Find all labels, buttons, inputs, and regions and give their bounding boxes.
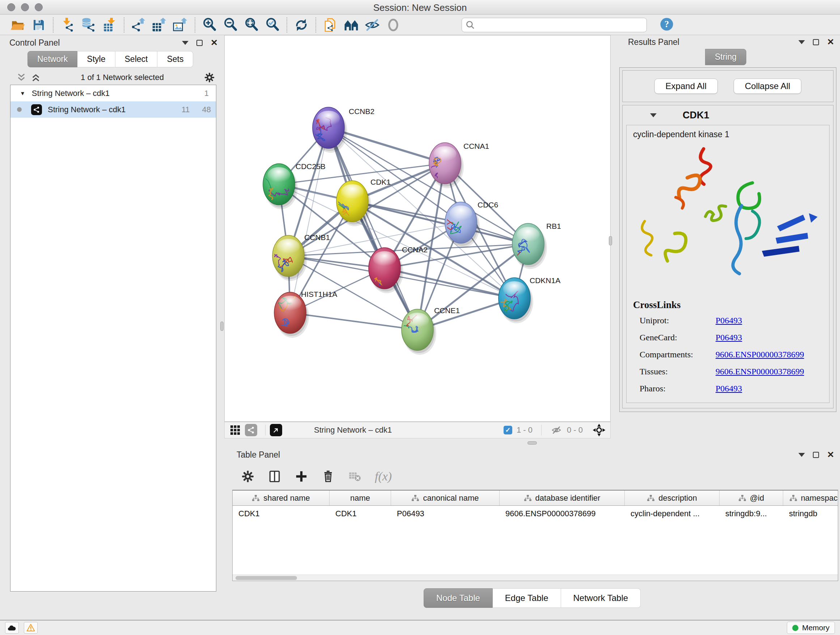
crosslink-link[interactable]: P06493	[715, 333, 742, 342]
zoom-out-button[interactable]	[220, 16, 241, 34]
crosslink-link[interactable]: P06493	[715, 384, 742, 394]
horizontal-splitter-handle[interactable]	[527, 441, 537, 445]
network-node-HIST1H1A[interactable]: HIST1H1A	[274, 290, 337, 338]
network-node-RB1[interactable]: RB1	[508, 222, 561, 270]
tab-node-table[interactable]: Node Table	[424, 588, 493, 608]
crosslink-label: GeneCard:	[639, 333, 715, 342]
import-network-database-button[interactable]	[78, 16, 99, 34]
panel-close-icon[interactable]: ✕	[827, 450, 834, 459]
network-edge[interactable]	[290, 313, 417, 330]
tab-network[interactable]: Network	[27, 51, 77, 67]
scrollbar-thumb[interactable]	[235, 576, 297, 580]
export-network-button[interactable]	[128, 16, 149, 34]
zoom-in-button[interactable]	[199, 16, 220, 34]
network-share-icon[interactable]	[245, 424, 257, 436]
table-cell[interactable]: stringdb	[783, 506, 838, 522]
network-edge[interactable]	[290, 128, 328, 313]
tab-edge-table[interactable]: Edge Table	[493, 588, 561, 608]
cloud-status-button[interactable]	[5, 622, 19, 633]
table-cell[interactable]: P06493	[391, 506, 500, 522]
show-all-button[interactable]	[383, 16, 404, 34]
crosslink-link[interactable]: 9606.ENSP00000378699	[715, 350, 804, 359]
tab-string[interactable]: String	[705, 49, 746, 65]
tab-network-table[interactable]: Network Table	[561, 588, 641, 608]
warnings-button[interactable]	[24, 622, 38, 633]
columns-button[interactable]	[268, 470, 281, 483]
column-header-sharedname[interactable]: shared name	[233, 491, 330, 505]
zoom-fit-button[interactable]	[241, 16, 262, 34]
import-table-button[interactable]	[99, 16, 120, 34]
column-header-databaseidentifier[interactable]: database identifier	[500, 491, 625, 505]
add-button[interactable]	[294, 470, 308, 483]
add-icon	[294, 470, 308, 483]
delete-button[interactable]	[321, 470, 335, 483]
network-node-CCNA1[interactable]: CCNA1	[428, 142, 489, 188]
network-node-CDKN1A[interactable]: CDKN1A	[494, 276, 561, 323]
network-collection-row[interactable]: ▼ String Network – cdk1 1	[11, 85, 216, 101]
selected-nodes-checkbox[interactable]: ✓	[504, 426, 512, 434]
gear-button[interactable]	[241, 470, 255, 483]
panel-menu-icon[interactable]	[798, 453, 805, 457]
search-box[interactable]	[462, 18, 647, 32]
left-splitter-handle[interactable]	[220, 321, 224, 331]
network-node-CCNA2[interactable]: CCNA2	[368, 245, 428, 293]
entry-collapse-icon[interactable]	[650, 113, 657, 117]
column-header-name[interactable]: name	[330, 491, 391, 505]
node-label: CCNE1	[434, 306, 460, 315]
tab-sets[interactable]: Sets	[157, 51, 193, 67]
open-session-button[interactable]	[7, 16, 28, 34]
column-header-id[interactable]: @id	[720, 491, 783, 505]
panel-float-icon[interactable]	[813, 452, 819, 458]
table-cell[interactable]: CDK1	[330, 506, 391, 522]
crosslink-link[interactable]: P06493	[715, 316, 742, 325]
panel-close-icon[interactable]: ✕	[827, 38, 834, 46]
network-edge[interactable]	[328, 128, 417, 330]
first-neighbors-button[interactable]	[341, 16, 362, 34]
network-node-CCNB2[interactable]: CCNB2	[313, 107, 374, 153]
network-canvas[interactable]: CCNB2CCNA1CDC25BCDK1CDC6RB1CCNB1CCNA2CDK…	[224, 35, 611, 422]
birdseye-navigator-icon[interactable]	[592, 423, 606, 437]
collapse-all-button[interactable]: Collapse All	[734, 79, 801, 94]
network-edge[interactable]	[385, 268, 515, 298]
export-image-button[interactable]	[170, 16, 191, 34]
memory-button[interactable]: Memory	[787, 622, 835, 634]
table-row[interactable]: CDK1CDK1P064939606.ENSP00000378699cyclin…	[233, 506, 838, 522]
table-cell[interactable]: 9606.ENSP00000378699	[500, 506, 625, 522]
tab-select[interactable]: Select	[115, 51, 158, 67]
save-session-button[interactable]	[28, 16, 49, 34]
collapse-all-icon[interactable]	[17, 73, 26, 82]
grid-view-icon[interactable]	[229, 424, 241, 436]
panel-close-icon[interactable]: ✕	[210, 38, 218, 47]
expand-all-button[interactable]: Expand All	[654, 79, 718, 94]
crosslink-label: Compartments:	[639, 350, 715, 359]
export-table-button[interactable]	[149, 16, 170, 34]
import-network-file-button[interactable]	[57, 16, 78, 34]
panel-menu-icon[interactable]	[182, 41, 188, 45]
right-splitter-handle[interactable]	[609, 236, 612, 245]
panel-float-icon[interactable]	[196, 40, 202, 46]
network-node-CCNE1[interactable]: CCNE1	[391, 306, 460, 355]
tree-expand-icon[interactable]: ▼	[20, 90, 25, 96]
zoom-selected-button[interactable]	[262, 16, 283, 34]
hide-selected-button[interactable]	[362, 16, 383, 34]
tab-style[interactable]: Style	[77, 51, 115, 67]
panel-float-icon[interactable]	[813, 39, 819, 45]
horizontal-scrollbar[interactable]	[233, 575, 838, 581]
help-button[interactable]: ?	[659, 17, 674, 33]
table-cell[interactable]: CDK1	[233, 506, 330, 522]
detach-view-icon[interactable]	[270, 424, 282, 436]
search-input[interactable]	[475, 20, 643, 30]
crosslink-link[interactable]: 9606.ENSP00000378699	[715, 367, 804, 377]
column-header-namespace[interactable]: namespace	[783, 491, 838, 505]
network-options-gear-icon[interactable]	[204, 72, 215, 83]
table-cell[interactable]: cyclin-dependent ...	[625, 506, 720, 522]
table-cell[interactable]: stringdb:9...	[720, 506, 783, 522]
clone-network-button[interactable]	[320, 16, 341, 34]
refresh-view-button[interactable]	[291, 16, 312, 34]
network-node-CDC25B[interactable]: CDC25B	[256, 162, 325, 209]
column-header-description[interactable]: description	[625, 491, 720, 505]
column-header-canonicalname[interactable]: canonical name	[391, 491, 500, 505]
network-row-selected[interactable]: String Network – cdk1 11 48	[11, 101, 216, 118]
expand-all-icon[interactable]	[31, 73, 41, 82]
panel-menu-icon[interactable]	[798, 40, 805, 44]
